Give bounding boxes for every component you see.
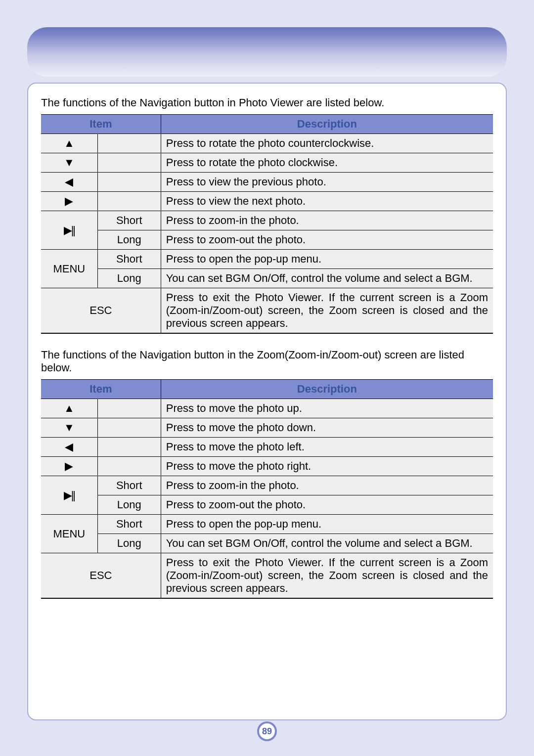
function-table: ItemDescription▲Press to rotate the phot… — [41, 114, 493, 334]
press-duration-cell: Short — [97, 476, 161, 495]
description-cell: Press to zoom-in the photo. — [161, 211, 493, 230]
table-row: ▶Press to move the photo right. — [41, 457, 493, 476]
description-cell: You can set BGM On/Off, control the volu… — [161, 269, 493, 288]
description-cell: Press to move the photo up. — [161, 399, 493, 418]
table-row: LongYou can set BGM On/Off, control the … — [41, 269, 493, 288]
up-arrow-icon: ▲ — [41, 399, 97, 418]
table-row: LongPress to zoom-out the photo. — [41, 495, 493, 515]
press-duration-cell: Short — [97, 250, 161, 269]
description-cell: Press to open the pop-up menu. — [161, 515, 493, 534]
table-intro: The functions of the Navigation button i… — [41, 96, 493, 109]
up-arrow-icon: ▲ — [41, 134, 97, 153]
description-cell: Press to move the photo down. — [161, 418, 493, 438]
table-row: LongYou can set BGM On/Off, control the … — [41, 534, 493, 553]
table-row: ESCPress to exit the Photo Viewer. If th… — [41, 553, 493, 599]
press-duration-cell — [97, 192, 161, 211]
press-duration-cell: Short — [97, 211, 161, 230]
esc-label: ESC — [41, 553, 161, 599]
menu-label: MENU — [41, 515, 97, 553]
description-cell: Press to view the previous photo. — [161, 173, 493, 192]
description-cell: Press to zoom-out the photo. — [161, 230, 493, 250]
table-row: MENUShortPress to open the pop-up menu. — [41, 515, 493, 534]
press-duration-cell — [97, 418, 161, 438]
description-cell: Press to view the next photo. — [161, 192, 493, 211]
press-duration-cell: Long — [97, 230, 161, 250]
press-duration-cell — [97, 457, 161, 476]
esc-label: ESC — [41, 288, 161, 334]
table-row: LongPress to zoom-out the photo. — [41, 230, 493, 250]
table-row: ◀Press to view the previous photo. — [41, 173, 493, 192]
press-duration-cell: Long — [97, 495, 161, 515]
table-row: ◀Press to move the photo left. — [41, 438, 493, 457]
page-number-badge: 89 — [257, 721, 277, 741]
page-number-value: 89 — [259, 723, 275, 739]
description-cell: You can set BGM On/Off, control the volu… — [161, 534, 493, 553]
table-row: ▶Press to view the next photo. — [41, 192, 493, 211]
right-arrow-icon: ▶ — [41, 192, 97, 211]
description-cell: Press to rotate the photo clockwise. — [161, 153, 493, 173]
description-cell: Press to move the photo left. — [161, 438, 493, 457]
table-row: MENUShortPress to open the pop-up menu. — [41, 250, 493, 269]
table-row: ▲Press to move the photo up. — [41, 399, 493, 418]
description-cell: Press to open the pop-up menu. — [161, 250, 493, 269]
tables-host: The functions of the Navigation button i… — [41, 96, 493, 599]
down-arrow-icon: ▼ — [41, 153, 97, 173]
page-root: The functions of the Navigation button i… — [0, 0, 534, 756]
description-cell: Press to zoom-out the photo. — [161, 495, 493, 515]
press-duration-cell — [97, 173, 161, 192]
description-cell: Press to exit the Photo Viewer. If the c… — [161, 288, 493, 334]
column-header-description: Description — [161, 115, 493, 134]
press-duration-cell: Long — [97, 269, 161, 288]
press-duration-cell: Short — [97, 515, 161, 534]
content-frame: The functions of the Navigation button i… — [27, 83, 507, 720]
function-table: ItemDescription▲Press to move the photo … — [41, 379, 493, 599]
description-cell: Press to rotate the photo counterclockwi… — [161, 134, 493, 153]
down-arrow-icon: ▼ — [41, 418, 97, 438]
top-banner — [27, 27, 507, 77]
left-arrow-icon: ◀ — [41, 173, 97, 192]
table-row: ▶||ShortPress to zoom-in the photo. — [41, 211, 493, 230]
description-cell: Press to move the photo right. — [161, 457, 493, 476]
description-cell: Press to exit the Photo Viewer. If the c… — [161, 553, 493, 599]
table-row: ESCPress to exit the Photo Viewer. If th… — [41, 288, 493, 334]
column-header-item: Item — [41, 115, 161, 134]
press-duration-cell — [97, 399, 161, 418]
press-duration-cell: Long — [97, 534, 161, 553]
press-duration-cell — [97, 153, 161, 173]
press-duration-cell — [97, 134, 161, 153]
column-header-description: Description — [161, 380, 493, 399]
table-row: ▼Press to move the photo down. — [41, 418, 493, 438]
play-pause-icon: ▶|| — [41, 211, 97, 250]
table-row: ▶||ShortPress to zoom-in the photo. — [41, 476, 493, 495]
description-cell: Press to zoom-in the photo. — [161, 476, 493, 495]
press-duration-cell — [97, 438, 161, 457]
table-intro: The functions of the Navigation button i… — [41, 349, 493, 374]
menu-label: MENU — [41, 250, 97, 288]
table-spacer — [41, 334, 493, 349]
left-arrow-icon: ◀ — [41, 438, 97, 457]
play-pause-icon: ▶|| — [41, 476, 97, 515]
table-row: ▲Press to rotate the photo counterclockw… — [41, 134, 493, 153]
column-header-item: Item — [41, 380, 161, 399]
right-arrow-icon: ▶ — [41, 457, 97, 476]
table-row: ▼Press to rotate the photo clockwise. — [41, 153, 493, 173]
